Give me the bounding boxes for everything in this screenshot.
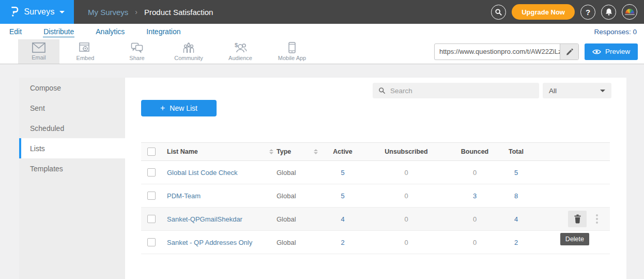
channel-mobile-app[interactable]: Mobile App [266,39,318,64]
column-header-list-name[interactable]: List Name [167,148,198,155]
breadcrumb-current: Product Satisfaction [144,8,213,17]
help-icon: ? [586,8,590,17]
sidebar-item-lists[interactable]: Lists [19,138,125,158]
gauge-avatar-icon [625,9,634,13]
delete-list-button[interactable] [568,211,587,227]
sidebar-item-sent[interactable]: Sent [19,98,125,118]
breadcrumb-parent[interactable]: My Surveys [88,8,128,17]
channel-audience[interactable]: $ Audience [214,39,266,64]
sidebar-item-scheduled[interactable]: Scheduled [19,118,125,138]
total-count[interactable]: 2 [499,239,533,246]
sidebar-item-templates[interactable]: Templates [19,158,125,179]
list-name-link[interactable]: Global List Code Check [167,169,238,177]
unsubscribed-count: 0 [362,192,450,200]
sort-arrows-icon[interactable] [269,149,273,154]
chevron-down-icon [59,11,65,13]
sort-arrows-icon[interactable] [314,149,318,154]
row-menu-button[interactable] [594,212,600,226]
new-list-label: New List [170,104,197,112]
channel-community[interactable]: Community [163,39,214,64]
svg-text:$: $ [235,42,238,48]
upgrade-now-button[interactable]: Upgrade Now [512,4,575,20]
column-header-total: Total [499,148,533,155]
active-count[interactable]: 2 [323,239,362,246]
survey-url-box: https://www.questionpro.com/t/AW22ZiLz6 [434,43,579,60]
community-people-icon [182,42,195,53]
help-button[interactable]: ? [580,5,595,20]
survey-url-value[interactable]: https://www.questionpro.com/t/AW22ZiLz6 [435,44,560,60]
embed-window-icon [79,42,91,53]
account-avatar[interactable] [622,4,637,20]
channel-label: Share [129,55,144,61]
bounced-count[interactable]: 3 [450,192,499,200]
mobile-phone-icon [288,42,296,53]
header-actions: Upgrade Now ? [491,4,644,20]
row-checkbox[interactable] [147,215,156,223]
tab-analytics[interactable]: Analytics [95,26,125,37]
row-checkbox[interactable] [147,168,156,177]
tab-edit[interactable]: Edit [9,26,22,37]
questionpro-logo-icon [9,5,19,20]
preview-button[interactable]: Preview [585,43,638,60]
notifications-button[interactable] [601,5,616,20]
email-sidebar: Compose Sent Scheduled Lists Templates [19,78,125,279]
channel-label: Embed [76,55,95,61]
row-checkbox[interactable] [147,192,156,200]
channel-label: Mobile App [278,55,306,61]
list-type: Global [277,192,296,200]
envelope-icon [32,42,45,53]
top-header: Surveys My Surveys › Product Satisfactio… [0,0,644,24]
channel-email[interactable]: Email [18,39,59,64]
total-count[interactable]: 5 [499,169,533,177]
row-checkbox[interactable] [147,238,156,246]
channel-embed[interactable]: Embed [59,39,111,64]
filter-value: All [549,87,557,95]
list-name-link[interactable]: PDM-Team [167,192,201,200]
active-count[interactable]: 5 [323,169,362,177]
list-type: Global [277,239,296,246]
lists-table: List Name Type Active Unsubscribed Bounc… [141,142,610,254]
survey-nav: Edit Distribute Analytics Integration Re… [0,24,644,39]
audience-dollar-icon: $ [234,42,247,53]
list-type: Global [277,169,296,177]
share-bubbles-icon [131,42,143,53]
lists-panel: All + New List List Name Type Active Uns… [125,78,626,279]
table-header-row: List Name Type Active Unsubscribed Bounc… [141,142,610,161]
table-row: PDM-Team Global 5 0 3 8 [141,184,610,208]
column-header-type[interactable]: Type [277,148,291,155]
total-count[interactable]: 8 [499,192,533,200]
total-count[interactable]: 4 [499,215,533,223]
column-header-active: Active [323,148,362,155]
tab-integration[interactable]: Integration [146,26,181,37]
new-list-button[interactable]: + New List [141,100,217,116]
table-row: Sanket-QPGmailShekdar Global 4 0 0 4 Del… [141,208,610,231]
list-name-link[interactable]: Sanket-QPGmailShekdar [167,215,242,223]
edit-url-button[interactable] [560,44,578,60]
select-all-checkbox[interactable] [147,148,156,156]
active-count[interactable]: 4 [323,215,362,223]
channel-share[interactable]: Share [111,39,163,64]
delete-tooltip: Delete [560,233,589,245]
breadcrumb-separator: › [135,8,137,16]
pencil-icon [565,48,573,55]
bounced-count: 0 [450,215,499,223]
tab-distribute[interactable]: Distribute [43,26,74,37]
trash-icon [574,214,581,224]
list-name-link[interactable]: Sanket - QP Addresses Only [167,239,252,246]
active-count[interactable]: 5 [323,192,362,200]
sidebar-item-compose[interactable]: Compose [19,78,125,98]
column-header-bounced: Bounced [450,148,499,155]
eye-icon [592,49,601,55]
search-icon [495,8,502,16]
table-row: Global List Code Check Global 5 0 0 5 [141,161,610,184]
channel-label: Email [32,54,46,61]
bounced-count: 0 [450,169,499,177]
product-switcher[interactable]: Surveys [0,0,74,24]
list-filter-dropdown[interactable]: All [543,83,611,98]
list-search [373,83,539,98]
breadcrumb: My Surveys › Product Satisfaction [88,8,213,17]
search-input[interactable] [390,87,533,95]
search-button[interactable] [491,5,506,20]
channel-label: Audience [228,55,252,61]
distribute-toolbar: Email Embed Share [0,39,644,64]
